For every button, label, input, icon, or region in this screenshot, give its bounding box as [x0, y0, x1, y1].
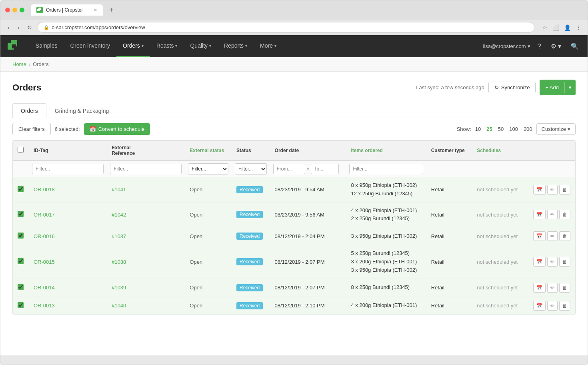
cast-btn[interactable]: ⬜	[551, 23, 561, 32]
clear-filters-btn[interactable]: Clear filters	[12, 123, 51, 135]
delete-action-btn[interactable]: 🗑	[559, 283, 570, 293]
delete-action-btn[interactable]: 🗑	[559, 185, 570, 195]
breadcrumb-home[interactable]: Home	[12, 61, 26, 67]
filter-ext-ref-input[interactable]	[110, 164, 182, 174]
nav-item-samples[interactable]: Samples	[29, 35, 64, 57]
edit-action-btn[interactable]: ✏	[547, 185, 558, 195]
nav-item-quality[interactable]: Quality ▾	[184, 35, 218, 57]
bookmark-btn[interactable]: ☆	[541, 23, 549, 32]
user-menu[interactable]: lisa@cropster.com ▾	[483, 43, 530, 49]
id-tag-link-or-0016[interactable]: OR-0016	[34, 233, 55, 239]
delete-action-btn[interactable]: 🗑	[559, 210, 570, 219]
edit-action-btn[interactable]: ✏	[547, 210, 558, 219]
row-status-cell: Received	[232, 245, 270, 279]
tab-grinding-packaging[interactable]: Grinding & Packaging	[46, 103, 117, 118]
row-checkbox-or-0017[interactable]	[18, 211, 24, 217]
schedule-action-btn[interactable]: 📅	[533, 231, 546, 241]
show-option-10[interactable]: 10	[474, 125, 482, 133]
filter-ext-status-select[interactable]: Filter...	[188, 163, 228, 174]
maximize-window-btn[interactable]	[20, 8, 24, 12]
select-all-checkbox[interactable]	[18, 147, 24, 153]
id-tag-link-or-0014[interactable]: OR-0014	[34, 285, 55, 291]
header-schedules: Schedules	[472, 141, 526, 160]
tab-orders[interactable]: Orders	[12, 103, 46, 118]
nav-item-more[interactable]: More ▾	[254, 35, 283, 57]
header-customer-type: Customer type	[426, 141, 472, 160]
filter-status-select[interactable]: Filter...	[235, 163, 266, 174]
row-checkbox-or-0015[interactable]	[18, 258, 24, 264]
schedule-action-btn[interactable]: 📅	[533, 210, 546, 219]
menu-btn[interactable]: ⋮	[574, 23, 583, 32]
id-tag-link-or-0018[interactable]: OR-0018	[34, 187, 55, 193]
filter-date-to[interactable]	[311, 164, 339, 174]
row-order-date-cell: 08/12/2019 - 2:07 PM	[270, 279, 346, 297]
ext-ref-link-or-0015[interactable]: #1038	[112, 259, 126, 265]
edit-action-btn[interactable]: ✏	[547, 301, 558, 311]
row-item: 3 x 950g Ethiopia (ETH-002)	[351, 232, 421, 241]
new-tab-btn[interactable]: +	[106, 6, 117, 14]
add-btn-dropdown-icon[interactable]: ▾	[565, 82, 576, 93]
id-tag-link-or-0013[interactable]: OR-0013	[34, 303, 55, 309]
help-btn[interactable]: ?	[535, 40, 544, 52]
settings-btn[interactable]: ⚙ ▾	[548, 40, 564, 52]
back-btn[interactable]: ‹	[5, 23, 12, 32]
delete-action-btn[interactable]: 🗑	[559, 231, 570, 241]
profile-btn[interactable]: 👤	[562, 23, 572, 32]
show-option-100[interactable]: 100	[508, 125, 520, 133]
row-customer-type-cell: Retail	[426, 177, 472, 203]
show-option-200[interactable]: 200	[522, 125, 534, 133]
address-text: c-sar.cropster.com/apps/orders/overview	[52, 24, 145, 30]
convert-to-schedule-btn[interactable]: 📅 Convert to schedule	[84, 123, 150, 135]
nav-item-orders[interactable]: Orders ▾	[116, 35, 150, 57]
row-ext-status-cell: Open	[185, 227, 232, 245]
id-tag-link-or-0017[interactable]: OR-0017	[34, 212, 55, 218]
customize-btn[interactable]: Customize ▾	[536, 123, 576, 135]
window-controls	[5, 8, 24, 12]
edit-action-btn[interactable]: ✏	[547, 231, 558, 241]
edit-action-btn[interactable]: ✏	[547, 283, 558, 293]
minimize-window-btn[interactable]	[12, 8, 17, 12]
synchronize-btn[interactable]: ↻ Synchronize	[488, 82, 536, 93]
ext-ref-link-or-0018[interactable]: #1041	[112, 187, 126, 193]
page-content: Orders Last sync: a few seconds ago ↻ Sy…	[0, 72, 588, 323]
nav-item-roasts[interactable]: Roasts ▾	[150, 35, 184, 57]
schedule-action-btn[interactable]: 📅	[533, 185, 546, 195]
filter-date-from[interactable]	[273, 164, 305, 174]
row-checkbox-or-0014[interactable]	[18, 284, 24, 290]
nav-item-reports[interactable]: Reports ▾	[218, 35, 254, 57]
reload-btn[interactable]: ↻	[25, 23, 34, 32]
id-tag-link-or-0015[interactable]: OR-0015	[34, 259, 55, 265]
forward-btn[interactable]: ›	[15, 23, 22, 32]
ext-ref-link-or-0017[interactable]: #1042	[112, 212, 126, 218]
ext-ref-link-or-0013[interactable]: #1040	[112, 303, 126, 309]
show-option-50[interactable]: 50	[496, 125, 505, 133]
browser-tab-active[interactable]: Orders | Cropster ✕	[31, 4, 103, 16]
filter-id-tag-input[interactable]	[32, 164, 104, 174]
row-checkbox-or-0013[interactable]	[18, 302, 24, 308]
schedule-action-btn[interactable]: 📅	[533, 257, 546, 267]
row-checkbox-or-0016[interactable]	[18, 233, 24, 239]
delete-action-btn[interactable]: 🗑	[559, 257, 570, 267]
filter-items-input[interactable]	[349, 164, 423, 174]
show-option-25[interactable]: 25	[485, 125, 494, 133]
edit-action-btn[interactable]: ✏	[547, 257, 558, 267]
ext-ref-link-or-0014[interactable]: #1039	[112, 285, 126, 291]
add-btn[interactable]: + Add ▾	[540, 80, 576, 95]
search-btn[interactable]: 🔍	[568, 40, 581, 52]
address-bar[interactable]: 🔒 c-sar.cropster.com/apps/orders/overvie…	[38, 22, 534, 33]
close-window-btn[interactable]	[5, 8, 10, 12]
delete-action-btn[interactable]: 🗑	[559, 301, 570, 311]
schedule-action-btn[interactable]: 📅	[533, 301, 546, 311]
tab-close-btn[interactable]: ✕	[94, 8, 97, 13]
row-checkbox-or-0018[interactable]	[18, 186, 24, 192]
add-btn-label: + Add	[540, 82, 564, 93]
header-id-tag: ID-Tag	[29, 141, 107, 160]
row-status-cell: Received	[232, 177, 270, 203]
page-actions: Last sync: a few seconds ago ↻ Synchroni…	[416, 80, 576, 95]
ext-ref-link-or-0016[interactable]: #1037	[112, 233, 126, 239]
row-order-date-cell: 08/12/2019 - 2:04 PM	[270, 227, 346, 245]
schedule-action-btn[interactable]: 📅	[533, 283, 546, 293]
nav-item-green-inventory[interactable]: Green inventory	[64, 35, 116, 57]
app-logo[interactable]	[7, 39, 21, 54]
row-checkbox-cell	[13, 202, 29, 227]
